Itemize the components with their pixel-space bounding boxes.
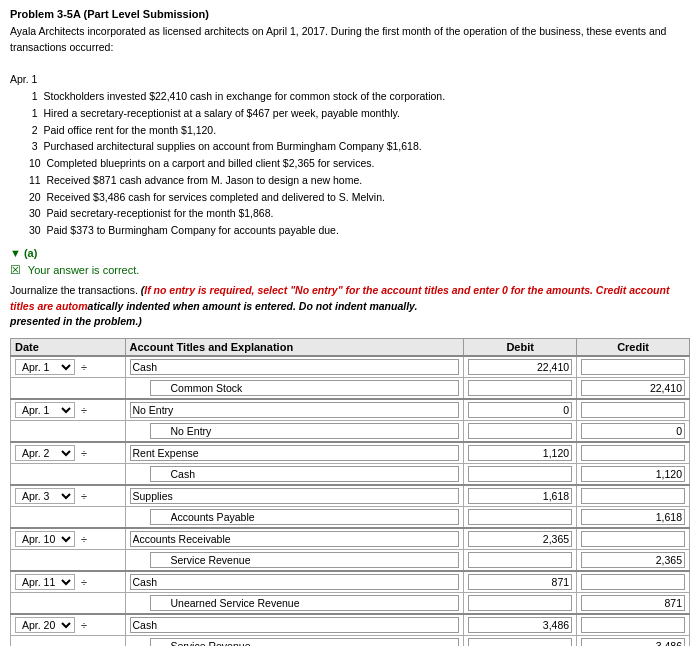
credit-cell-6[interactable] bbox=[577, 571, 690, 593]
debit-input-7[interactable] bbox=[468, 617, 572, 633]
credit-input-5[interactable] bbox=[581, 531, 685, 547]
debit-cell-6[interactable] bbox=[464, 571, 577, 593]
date-cell-2[interactable]: Apr. 1 ÷ bbox=[11, 399, 126, 421]
credit-input-3b[interactable] bbox=[581, 466, 685, 482]
account-cell-5b[interactable] bbox=[125, 550, 464, 572]
account-input-4[interactable] bbox=[130, 488, 460, 504]
credit-input-4b[interactable] bbox=[581, 509, 685, 525]
credit-cell-3b[interactable] bbox=[577, 464, 690, 486]
date-cell-3[interactable]: Apr. 2 ÷ bbox=[11, 442, 126, 464]
credit-cell-2b[interactable] bbox=[577, 421, 690, 443]
account-input-6b[interactable] bbox=[150, 595, 460, 611]
credit-cell-7b[interactable] bbox=[577, 636, 690, 647]
debit-cell-4[interactable] bbox=[464, 485, 577, 507]
account-cell-3b[interactable] bbox=[125, 464, 464, 486]
credit-input-4[interactable] bbox=[581, 488, 685, 504]
credit-cell-7[interactable] bbox=[577, 614, 690, 636]
credit-input-1[interactable] bbox=[581, 359, 685, 375]
account-input-3b[interactable] bbox=[150, 466, 460, 482]
date-select-4[interactable]: Apr. 3 bbox=[15, 488, 75, 504]
debit-cell-2[interactable] bbox=[464, 399, 577, 421]
account-input-2b[interactable] bbox=[150, 423, 460, 439]
debit-cell-7b[interactable] bbox=[464, 636, 577, 647]
account-cell-1[interactable] bbox=[125, 356, 464, 378]
account-input-1b[interactable] bbox=[150, 380, 460, 396]
debit-input-1[interactable] bbox=[468, 359, 572, 375]
debit-input-4[interactable] bbox=[468, 488, 572, 504]
date-select-5[interactable]: Apr. 10 bbox=[15, 531, 75, 547]
debit-input-5b[interactable] bbox=[468, 552, 572, 568]
section-a-label[interactable]: ▼ (a) bbox=[10, 247, 37, 259]
account-input-7b[interactable] bbox=[150, 638, 460, 646]
debit-cell-7[interactable] bbox=[464, 614, 577, 636]
debit-input-4b[interactable] bbox=[468, 509, 572, 525]
date-select-7[interactable]: Apr. 20 bbox=[15, 617, 75, 633]
debit-cell-1b[interactable] bbox=[464, 378, 577, 400]
debit-input-6b[interactable] bbox=[468, 595, 572, 611]
credit-input-2[interactable] bbox=[581, 402, 685, 418]
debit-cell-5[interactable] bbox=[464, 528, 577, 550]
account-cell-1b[interactable] bbox=[125, 378, 464, 400]
account-cell-7b[interactable] bbox=[125, 636, 464, 647]
debit-cell-6b[interactable] bbox=[464, 593, 577, 615]
debit-input-3[interactable] bbox=[468, 445, 572, 461]
credit-cell-5b[interactable] bbox=[577, 550, 690, 572]
debit-cell-4b[interactable] bbox=[464, 507, 577, 529]
account-cell-4b[interactable] bbox=[125, 507, 464, 529]
account-input-5[interactable] bbox=[130, 531, 460, 547]
account-cell-2[interactable] bbox=[125, 399, 464, 421]
account-cell-3[interactable] bbox=[125, 442, 464, 464]
credit-cell-3[interactable] bbox=[577, 442, 690, 464]
debit-input-6[interactable] bbox=[468, 574, 572, 590]
credit-input-3[interactable] bbox=[581, 445, 685, 461]
account-cell-4[interactable] bbox=[125, 485, 464, 507]
credit-cell-5[interactable] bbox=[577, 528, 690, 550]
account-input-1[interactable] bbox=[130, 359, 460, 375]
account-cell-6[interactable] bbox=[125, 571, 464, 593]
date-cell-4[interactable]: Apr. 3 ÷ bbox=[11, 485, 126, 507]
account-cell-2b[interactable] bbox=[125, 421, 464, 443]
date-select-2[interactable]: Apr. 1 bbox=[15, 402, 75, 418]
credit-input-2b[interactable] bbox=[581, 423, 685, 439]
account-cell-6b[interactable] bbox=[125, 593, 464, 615]
credit-cell-4b[interactable] bbox=[577, 507, 690, 529]
date-cell-5[interactable]: Apr. 10 ÷ bbox=[11, 528, 126, 550]
debit-input-2[interactable] bbox=[468, 402, 572, 418]
debit-cell-3[interactable] bbox=[464, 442, 577, 464]
date-cell-7[interactable]: Apr. 20 ÷ bbox=[11, 614, 126, 636]
credit-cell-4[interactable] bbox=[577, 485, 690, 507]
account-input-4b[interactable] bbox=[150, 509, 460, 525]
debit-input-7b[interactable] bbox=[468, 638, 572, 646]
debit-cell-2b[interactable] bbox=[464, 421, 577, 443]
credit-input-5b[interactable] bbox=[581, 552, 685, 568]
date-cell-6[interactable]: Apr. 11 ÷ bbox=[11, 571, 126, 593]
date-cell-1[interactable]: Apr. 1 ÷ bbox=[11, 356, 126, 378]
debit-input-1b[interactable] bbox=[468, 380, 572, 396]
debit-cell-1[interactable] bbox=[464, 356, 577, 378]
debit-input-5[interactable] bbox=[468, 531, 572, 547]
account-cell-5[interactable] bbox=[125, 528, 464, 550]
account-cell-7[interactable] bbox=[125, 614, 464, 636]
credit-cell-2[interactable] bbox=[577, 399, 690, 421]
debit-cell-3b[interactable] bbox=[464, 464, 577, 486]
date-select-6[interactable]: Apr. 11 bbox=[15, 574, 75, 590]
account-input-6[interactable] bbox=[130, 574, 460, 590]
account-input-3[interactable] bbox=[130, 445, 460, 461]
debit-input-2b[interactable] bbox=[468, 423, 572, 439]
date-select-1[interactable]: Apr. 1 bbox=[15, 359, 75, 375]
credit-input-6[interactable] bbox=[581, 574, 685, 590]
account-input-2[interactable] bbox=[130, 402, 460, 418]
account-input-5b[interactable] bbox=[150, 552, 460, 568]
credit-input-1b[interactable] bbox=[581, 380, 685, 396]
col-debit: Debit bbox=[464, 339, 577, 357]
credit-cell-1[interactable] bbox=[577, 356, 690, 378]
date-select-3[interactable]: Apr. 2 bbox=[15, 445, 75, 461]
credit-input-7[interactable] bbox=[581, 617, 685, 633]
credit-input-6b[interactable] bbox=[581, 595, 685, 611]
credit-input-7b[interactable] bbox=[581, 638, 685, 646]
debit-cell-5b[interactable] bbox=[464, 550, 577, 572]
credit-cell-1b[interactable] bbox=[577, 378, 690, 400]
account-input-7[interactable] bbox=[130, 617, 460, 633]
credit-cell-6b[interactable] bbox=[577, 593, 690, 615]
debit-input-3b[interactable] bbox=[468, 466, 572, 482]
